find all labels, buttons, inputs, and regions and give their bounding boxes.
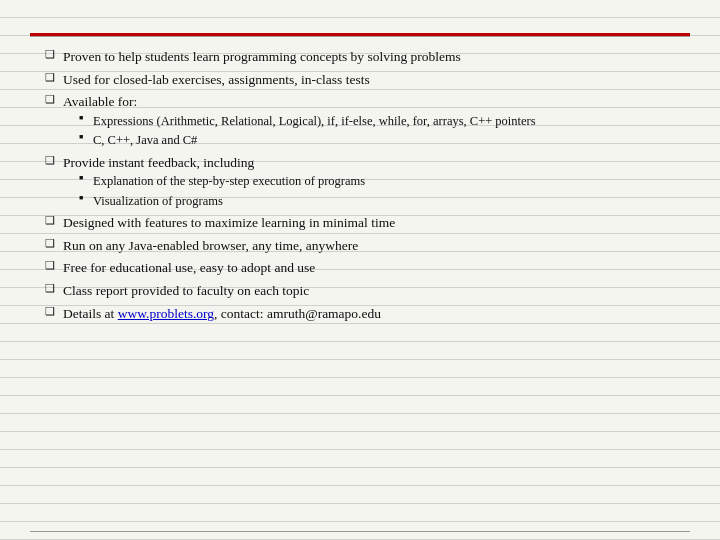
main-content: Proven to help students learn programmin… [0, 37, 720, 531]
footer-divider [30, 531, 690, 532]
bullet-item-4: Designed with features to maximize learn… [45, 213, 675, 233]
sub-item-2-0: Expressions (Arithmetic, Relational, Log… [79, 113, 675, 131]
bullet-item-5: Run on any Java-enabled browser, any tim… [45, 236, 675, 256]
sub-item-3-1: Visualization of programs [79, 193, 675, 211]
bullet-text-8: Details at [63, 306, 118, 321]
slide: Proven to help students learn programmin… [0, 0, 720, 540]
sub-list-2: Expressions (Arithmetic, Relational, Log… [79, 113, 675, 150]
sub-item-3-0: Explanation of the step-by-step executio… [79, 173, 675, 191]
content-area: Proven to help students learn programmin… [0, 0, 720, 540]
sub-item-2-1: C, C++, Java and C# [79, 132, 675, 150]
bullet-item-7: Class report provided to faculty on each… [45, 281, 675, 301]
problets-link[interactable]: www.problets.org [118, 306, 214, 321]
bullet-item-0: Proven to help students learn programmin… [45, 47, 675, 67]
bullet-item-1: Used for closed-lab exercises, assignmen… [45, 70, 675, 90]
bullet-item-8: Details at www.problets.org, contact: am… [45, 304, 675, 324]
bullet-item-3: Provide instant feedback, includingExpla… [45, 153, 675, 211]
bullet-item-6: Free for educational use, easy to adopt … [45, 258, 675, 278]
sub-list-3: Explanation of the step-by-step executio… [79, 173, 675, 210]
bullet-text-after-8: , contact: amruth@ramapo.edu [214, 306, 381, 321]
slide-header [0, 0, 720, 25]
bullet-item-2: Available for:Expressions (Arithmetic, R… [45, 92, 675, 150]
main-bullet-list: Proven to help students learn programmin… [45, 47, 675, 323]
